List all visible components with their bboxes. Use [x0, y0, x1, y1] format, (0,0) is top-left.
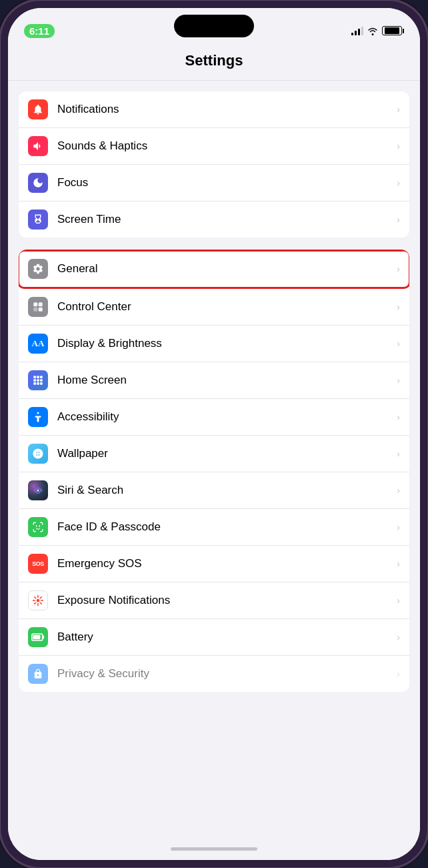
phone-frame: 6:11 [0, 0, 428, 868]
svg-rect-7 [33, 379, 36, 382]
svg-rect-6 [40, 376, 43, 378]
row-battery[interactable]: Battery › [19, 619, 409, 656]
svg-rect-11 [37, 382, 39, 385]
status-bar: 6:11 [8, 8, 420, 44]
row-controlcenter[interactable]: Control Center › [19, 289, 409, 326]
signal-bars [351, 26, 363, 35]
phone-screen: 6:11 [8, 8, 420, 860]
signal-bar-2 [355, 31, 357, 35]
home-indicator [8, 837, 420, 860]
icon-accessibility [28, 407, 48, 427]
chevron-exposure: › [397, 595, 400, 606]
icon-sos: SOS [28, 554, 48, 574]
page-title: Settings [21, 52, 407, 69]
signal-bar-3 [358, 29, 360, 35]
moon-icon [32, 177, 44, 189]
row-exposure[interactable]: Exposure Notifications › [19, 582, 409, 619]
chevron-faceid: › [397, 522, 400, 532]
svg-rect-10 [33, 382, 36, 385]
label-battery: Battery [57, 630, 393, 644]
settings-group-1: Notifications › Sounds & Haptics › [19, 91, 409, 238]
label-privacy: Privacy & Security [57, 667, 393, 681]
row-general[interactable]: General › [19, 251, 409, 288]
row-accessibility[interactable]: Accessibility › [19, 399, 409, 436]
row-focus[interactable]: Focus › [19, 165, 409, 201]
svg-rect-5 [37, 376, 39, 378]
svg-rect-9 [40, 379, 43, 382]
row-display[interactable]: AA Display & Brightness › [19, 326, 409, 362]
label-sounds: Sounds & Haptics [57, 139, 393, 153]
wifi-icon [367, 26, 378, 35]
svg-rect-2 [33, 308, 37, 312]
svg-rect-12 [40, 382, 43, 385]
svg-line-25 [40, 597, 41, 598]
svg-rect-28 [43, 636, 45, 639]
chevron-homescreen: › [397, 375, 400, 386]
row-notifications[interactable]: Notifications › [19, 91, 409, 128]
label-controlcenter: Control Center [57, 300, 393, 314]
label-notifications: Notifications [57, 103, 393, 116]
battery-fill [385, 27, 399, 34]
label-homescreen: Home Screen [57, 374, 393, 387]
label-exposure: Exposure Notifications [57, 594, 393, 607]
chevron-display: › [397, 338, 400, 349]
svg-rect-8 [37, 379, 39, 382]
row-faceid[interactable]: Face ID & Passcode › [19, 509, 409, 546]
chevron-wallpaper: › [397, 448, 400, 459]
home-bar [171, 847, 257, 851]
svg-rect-3 [39, 308, 43, 312]
battery-level [382, 26, 402, 35]
svg-point-18 [37, 599, 40, 602]
icon-display: AA [28, 334, 48, 354]
siri-icon [32, 484, 44, 496]
chevron-privacy: › [397, 669, 400, 679]
label-accessibility: Accessibility [57, 410, 393, 424]
label-screentime: Screen Time [57, 213, 393, 226]
signal-bar-4 [361, 27, 363, 35]
svg-rect-0 [33, 302, 37, 306]
battery-container [382, 26, 404, 35]
icon-battery [28, 627, 48, 647]
svg-rect-29 [33, 635, 41, 640]
label-wallpaper: Wallpaper [57, 447, 393, 460]
settings-group-2: General › Control Center › [19, 250, 409, 692]
svg-line-24 [40, 602, 41, 604]
icon-focus [28, 173, 48, 193]
icon-wallpaper [28, 444, 48, 464]
icon-siri [28, 480, 48, 500]
scroll-content: Notifications › Sounds & Haptics › [8, 81, 420, 837]
icon-sounds [28, 136, 48, 156]
label-faceid: Face ID & Passcode [57, 520, 393, 534]
gear-icon [32, 263, 44, 275]
row-privacy[interactable]: Privacy & Security › [19, 656, 409, 692]
chevron-screentime: › [397, 214, 400, 225]
accessibility-icon [32, 411, 44, 423]
battery-settings-icon [31, 632, 45, 642]
hourglass-icon [32, 213, 44, 226]
page-header: Settings [8, 44, 420, 81]
svg-rect-4 [33, 376, 36, 378]
row-siri[interactable]: Siri & Search › [19, 472, 409, 509]
sos-text: SOS [32, 560, 44, 567]
row-sounds[interactable]: Sounds & Haptics › [19, 128, 409, 165]
battery-tip [403, 29, 404, 33]
status-time: 6:11 [24, 24, 55, 38]
row-wallpaper[interactable]: Wallpaper › [19, 436, 409, 472]
row-homescreen[interactable]: Home Screen › [19, 362, 409, 399]
chevron-focus: › [397, 177, 400, 188]
icon-exposure [28, 590, 48, 610]
label-siri: Siri & Search [57, 484, 393, 497]
row-sos[interactable]: SOS Emergency SOS › [19, 546, 409, 582]
wallpaper-icon [32, 448, 44, 460]
chevron-general: › [397, 264, 400, 274]
chevron-sos: › [397, 558, 400, 569]
svg-point-17 [37, 490, 39, 492]
icon-privacy [28, 664, 48, 684]
icon-screentime [28, 209, 48, 230]
label-sos: Emergency SOS [57, 557, 393, 570]
row-screentime[interactable]: Screen Time › [19, 201, 409, 238]
label-display: Display & Brightness [57, 337, 393, 350]
control-icon [32, 301, 44, 313]
svg-line-26 [35, 602, 36, 604]
icon-homescreen [28, 370, 48, 390]
